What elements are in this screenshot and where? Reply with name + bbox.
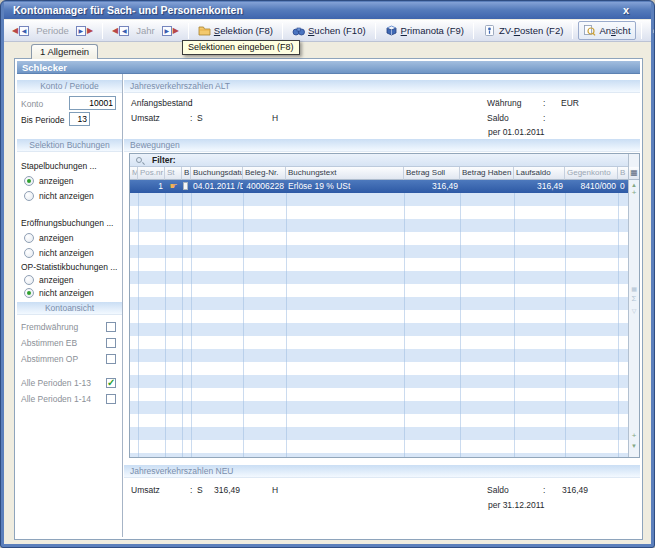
col-header-st[interactable]: St	[165, 167, 182, 180]
jahr-next-button[interactable]: ▶▶	[158, 24, 183, 38]
table-row-selected[interactable]: 1 ☛ 04.01.2011 /Di 40006228 Erlöse 19 % …	[130, 180, 628, 193]
tab-allgemein[interactable]: 1 Allgemein	[31, 44, 98, 59]
right-column: Jahresverkehrszahlen ALT Anfangsbestand …	[124, 74, 640, 537]
jahr-prev-button[interactable]: ◀◀	[108, 24, 133, 38]
col-header-b[interactable]: B	[182, 167, 191, 180]
prev-periode-icon: ◀◀	[12, 26, 29, 36]
col-header-laufsaldo[interactable]: Laufsaldo	[514, 167, 565, 180]
close-button[interactable]: x	[623, 2, 629, 19]
folder-selection-icon	[198, 24, 211, 37]
cell-beleg-nr: 40006228	[243, 180, 286, 193]
table-scroll-strip[interactable]: ▦ ▲ + ▦ Σ ▽ + ▼	[628, 154, 639, 457]
saldo-neu-label: Saldo	[487, 485, 509, 495]
umsatz-alt-label: Umsatz	[131, 113, 160, 123]
eroeffnung-nicht-anzeigen-radio[interactable]	[24, 248, 34, 258]
scroll-down-icon[interactable]: ▼	[629, 443, 639, 449]
umsatz-neu-label: Umsatz	[131, 485, 160, 495]
left-column: Konto / Periode Konto Bis Periode Selekt…	[17, 74, 123, 537]
selektion-label: Selektion (F8)	[214, 25, 273, 36]
col-header-betrag-soll[interactable]: Betrag Soll	[404, 167, 460, 180]
cell-gegenkonto: 8410/000	[565, 180, 618, 193]
selektion-button[interactable]: Selektion (F8)	[194, 22, 277, 39]
table-rows-area[interactable]: 1 ☛ 04.01.2011 /Di 40006228 Erlöse 19 % …	[130, 180, 628, 457]
cell-buchungsdatum: 04.01.2011 /Di	[191, 180, 243, 193]
titlebar[interactable]: Kontomanager für Sach- und Personenkonte…	[4, 2, 651, 19]
cell-b: 0	[618, 180, 628, 193]
op-anzeigen-radio[interactable]	[24, 275, 34, 285]
saldo-alt-label: Saldo	[487, 113, 509, 123]
eroeffnungsbuchungen-label: Eröffnungsbuchungen ...	[21, 218, 113, 228]
cell-betrag-soll: 316,49	[404, 180, 460, 193]
filter-label: Filter:	[152, 155, 176, 165]
col-header-betrag-haben[interactable]: Betrag Haben	[460, 167, 514, 180]
col-header-b2[interactable]: B	[618, 167, 628, 180]
ansicht-label: Ansicht	[599, 25, 630, 36]
toolbar-separator	[188, 23, 189, 39]
bewegungen-table: Filter: M Pos.nr St B Buchungsdatum Bele…	[129, 153, 640, 458]
periode-prev-button[interactable]: ◀◀	[8, 24, 33, 38]
stapelbuchungen-label: Stapelbuchungen ...	[21, 161, 97, 171]
toolbar-separator	[282, 23, 283, 39]
col-header-gegenkonto[interactable]: Gegenkonto	[565, 167, 618, 180]
toolbar-separator	[641, 23, 642, 39]
col-header-pos[interactable]: Pos.nr	[138, 167, 165, 180]
grid-corner-icon[interactable]: ▦	[629, 167, 639, 180]
scroll-plus2-icon[interactable]: +	[629, 433, 639, 439]
toolbar: ◀◀ Periode ▶▶ ◀◀ Jahr ▶▶ Selektion (F8) …	[4, 20, 651, 42]
stapel-nicht-anzeigen-radio[interactable]	[24, 191, 34, 201]
eroeffnung-anzeigen-label: anzeigen	[39, 233, 74, 243]
fremdwaehrung-label: Fremdwährung	[21, 322, 78, 332]
op-anzeigen-label: anzeigen	[39, 275, 74, 285]
suchen-button[interactable]: Suchen (F10)	[288, 22, 370, 39]
soll-marker: S	[197, 113, 203, 123]
ansicht-button[interactable]: Ansicht	[578, 21, 635, 40]
filter-row[interactable]: Filter:	[130, 154, 628, 167]
op-nicht-anzeigen-radio[interactable]	[24, 288, 34, 298]
eroeffnung-anzeigen-radio[interactable]	[24, 233, 34, 243]
periode-next-button[interactable]: ▶▶	[72, 24, 97, 38]
alle-perioden-14-checkbox[interactable]	[106, 394, 116, 404]
bis-periode-input[interactable]	[69, 112, 90, 126]
toolbar-separator	[572, 23, 573, 39]
col-header-buchungstext[interactable]: Buchungstext	[286, 167, 404, 180]
umsatz-neu-value: 316,49	[204, 485, 240, 495]
binoculars-search-icon	[292, 24, 305, 37]
konto-input[interactable]	[69, 96, 116, 110]
alle-perioden-13-checkbox[interactable]	[106, 378, 116, 388]
cell-betrag-haben	[460, 180, 514, 193]
prev-jahr-icon: ◀◀	[112, 26, 129, 36]
toolbar-separator	[102, 23, 103, 39]
fremdwaehrung-checkbox[interactable]	[106, 322, 116, 332]
op-nicht-anzeigen-label: nicht anzeigen	[39, 288, 94, 298]
soll-marker-neu: S	[197, 485, 203, 495]
drucken-button[interactable]: Drucken	[647, 22, 655, 39]
abstimmen-op-checkbox[interactable]	[106, 354, 116, 364]
stapel-anzeigen-radio[interactable]	[24, 176, 34, 186]
sum-icon[interactable]: Σ	[629, 296, 639, 302]
window-title: Kontomanager für Sach- und Personenkonte…	[13, 4, 243, 16]
col-header-m[interactable]: M	[130, 167, 138, 180]
toolbar-separator	[375, 23, 376, 39]
jahr-label: Jahr	[136, 25, 154, 36]
col-header-buchungsdatum[interactable]: Buchungsdatum	[191, 167, 243, 180]
kontoansicht-header: Kontoansicht	[17, 302, 122, 315]
scroll-plus-icon[interactable]: +	[629, 190, 639, 196]
zv-posten-button[interactable]: ZV-Posten (F2)	[479, 22, 567, 39]
col-header-beleg-nr[interactable]: Beleg-Nr.	[243, 167, 286, 180]
periode-label: Periode	[36, 25, 69, 36]
cell-pos: 1	[138, 180, 165, 193]
grid-view-icon[interactable]: ▦	[629, 286, 639, 292]
table-main: Filter: M Pos.nr St B Buchungsdatum Bele…	[130, 154, 628, 457]
hand-status-icon: ☛	[165, 180, 182, 193]
per-alt-date: per 01.01.2011	[488, 127, 545, 137]
primanota-button[interactable]: Primanota (F9)	[381, 22, 468, 39]
eroeffnung-nicht-anzeigen-label: nicht anzeigen	[39, 248, 94, 258]
filter-icon	[136, 157, 142, 163]
next-jahr-icon: ▶▶	[162, 26, 179, 36]
filter-funnel-icon[interactable]: ▽	[629, 308, 639, 314]
document-info-icon	[483, 24, 496, 37]
abstimmen-eb-checkbox[interactable]	[106, 338, 116, 348]
main-panel: Schlecker Konto / Periode Konto Bis Peri…	[14, 58, 643, 540]
colon: :	[190, 113, 192, 123]
printer-icon	[651, 24, 655, 37]
